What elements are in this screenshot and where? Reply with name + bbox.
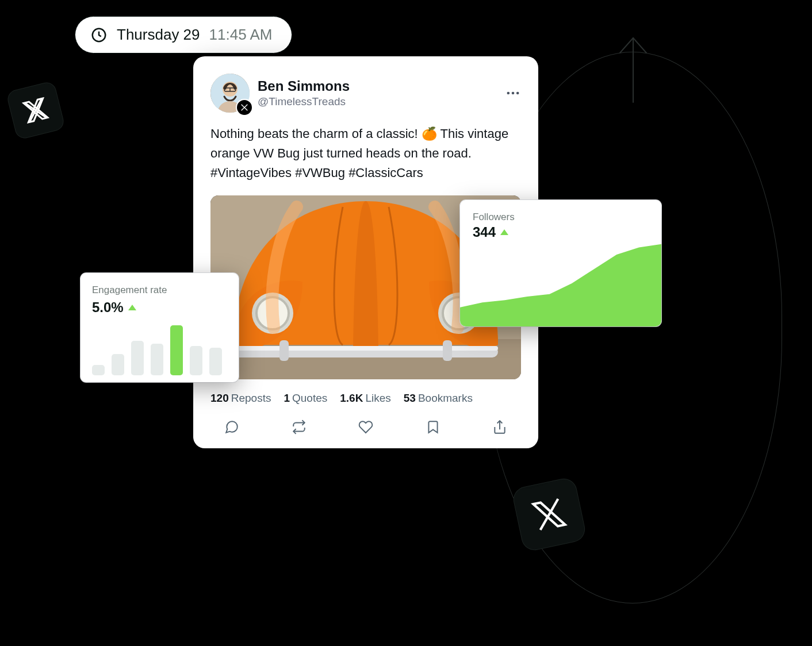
trend-up-icon [128, 305, 136, 310]
tweet-actions [210, 416, 521, 436]
share-icon[interactable] [491, 418, 508, 436]
svg-point-5 [507, 92, 510, 95]
engagement-label: Engagement rate [92, 284, 227, 296]
avatar[interactable] [210, 74, 250, 113]
decorative-arrow-up-icon [613, 34, 653, 103]
author-handle[interactable]: @TimelessTreads [258, 95, 497, 108]
quotes-metric[interactable]: 1Quotes [284, 392, 327, 405]
schedule-day: Thursday 29 [117, 26, 200, 44]
svg-rect-17 [233, 346, 498, 351]
x-logo-tile [512, 477, 587, 552]
clock-icon [90, 26, 108, 44]
reposts-metric[interactable]: 120Reposts [210, 392, 271, 405]
tweet-text: Nothing beats the charm of a classic! 🍊 … [210, 124, 521, 183]
svg-rect-18 [279, 340, 289, 361]
schedule-pill: Thursday 29 11:45 AM [75, 16, 292, 53]
followers-label: Followers [473, 212, 661, 223]
tweet-header: Ben Simmons @TimelessTreads [210, 74, 521, 113]
svg-point-7 [516, 92, 519, 95]
chart-bar [92, 365, 105, 375]
tweet-metrics: 120Reposts 1Quotes 1.6KLikes 53Bookmarks [210, 392, 521, 405]
chart-bar [209, 348, 222, 375]
x-logo-tile [6, 81, 65, 140]
chart-bar [190, 346, 202, 375]
chart-bar [151, 344, 163, 375]
likes-metric[interactable]: 1.6KLikes [340, 392, 391, 405]
followers-card: Followers 344 [460, 200, 661, 326]
more-icon[interactable] [505, 85, 521, 101]
trend-up-icon [500, 229, 508, 235]
platform-badge-x-icon [236, 99, 253, 116]
engagement-rate-card: Engagement rate 5.0% [81, 273, 239, 382]
followers-value: 344 [473, 224, 496, 240]
engagement-value: 5.0% [92, 299, 124, 316]
followers-area-chart [460, 240, 661, 326]
bookmark-icon[interactable] [424, 418, 442, 436]
reply-icon[interactable] [223, 418, 240, 436]
author-name[interactable]: Ben Simmons [258, 78, 497, 94]
repost-icon[interactable] [290, 418, 308, 436]
schedule-time: 11:45 AM [209, 26, 273, 44]
svg-rect-19 [443, 340, 452, 361]
like-icon[interactable] [357, 418, 374, 436]
engagement-bar-chart [92, 322, 227, 375]
svg-point-6 [512, 92, 515, 95]
bookmarks-metric[interactable]: 53Bookmarks [404, 392, 473, 405]
chart-bar [170, 325, 183, 375]
chart-bar [112, 354, 124, 375]
chart-bar [131, 341, 144, 375]
